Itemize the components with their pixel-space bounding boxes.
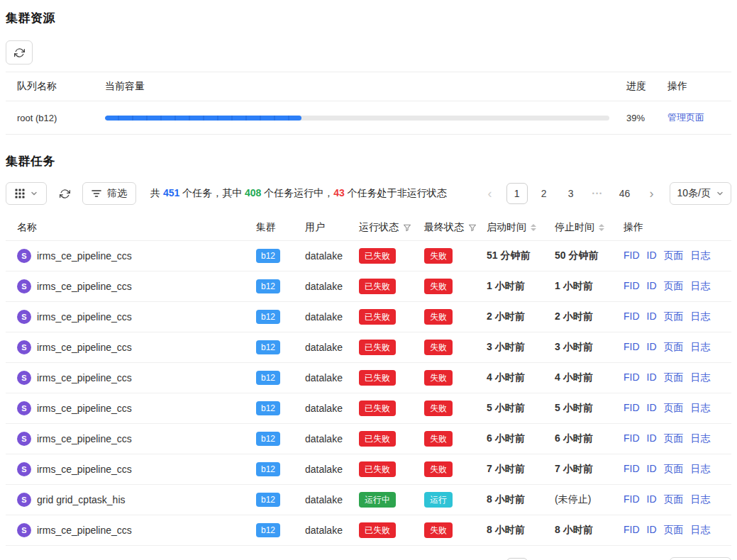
funnel-filter-icon[interactable] (468, 223, 477, 232)
id-link[interactable]: ID (647, 524, 657, 535)
spark-avatar: S (17, 310, 31, 324)
log-link[interactable]: 日志 (691, 371, 711, 383)
log-link[interactable]: 日志 (691, 402, 711, 413)
refresh-resources-button[interactable] (6, 40, 33, 65)
page-link[interactable]: 页面 (664, 250, 684, 261)
cluster-resources-title: 集群资源 (6, 10, 731, 26)
run-status-badge: 已失败 (359, 431, 396, 447)
page-link[interactable]: 页面 (664, 432, 684, 444)
cluster-badge: b12 (256, 432, 280, 446)
cluster-badge: b12 (256, 493, 280, 507)
page-size-select[interactable]: 10条/页 (670, 182, 731, 205)
pagination-page-1[interactable]: 1 (506, 183, 528, 204)
refresh-icon (60, 189, 70, 199)
page-link[interactable]: 页面 (664, 280, 684, 291)
fid-link[interactable]: FID (624, 341, 640, 352)
id-link[interactable]: ID (647, 432, 657, 444)
id-link[interactable]: ID (647, 250, 657, 261)
log-link[interactable]: 日志 (691, 250, 711, 261)
log-link[interactable]: 日志 (691, 310, 711, 322)
start-time: 4 小时前 (487, 363, 555, 393)
log-link[interactable]: 日志 (691, 463, 711, 474)
manage-page-link[interactable]: 管理页面 (667, 112, 704, 123)
id-link[interactable]: ID (647, 280, 657, 291)
col-stop-time[interactable]: 停止时间 (555, 215, 624, 241)
id-link[interactable]: ID (647, 493, 657, 505)
final-status-badge: 失败 (424, 461, 453, 477)
task-row: S irms_ce_pipeline_ccs b12 datalake 已失败 … (6, 241, 731, 271)
task-row: S irms_ce_pipeline_ccs b12 datalake 已失败 … (6, 393, 731, 424)
pagination-prev[interactable]: ‹ (480, 183, 501, 204)
sort-icon[interactable] (599, 224, 604, 231)
fid-link[interactable]: FID (624, 402, 640, 413)
layout-switcher-button[interactable] (6, 182, 47, 205)
pagination-page-2[interactable]: 2 (533, 183, 555, 204)
spark-avatar: S (17, 523, 31, 537)
fid-link[interactable]: FID (624, 250, 640, 261)
log-link[interactable]: 日志 (691, 432, 711, 444)
page-size-select[interactable]: 10条/页 (670, 557, 731, 560)
log-link[interactable]: 日志 (691, 341, 711, 352)
id-link[interactable]: ID (647, 402, 657, 413)
task-row: S irms_ce_pipeline_ccs b12 datalake 已失败 … (6, 424, 731, 454)
resources-header-row: 队列名称 当前容量 进度 操作 (6, 72, 731, 101)
col-capacity: 当前容量 (105, 72, 626, 101)
fid-link[interactable]: FID (624, 280, 640, 291)
col-task-actions: 操作 (624, 215, 731, 241)
col-final-status-label: 最终状态 (424, 221, 464, 234)
fid-link[interactable]: FID (624, 432, 640, 444)
page-link[interactable]: 页面 (664, 341, 684, 352)
spark-avatar: S (17, 493, 31, 507)
fid-link[interactable]: FID (624, 371, 640, 383)
user-name: datalake (305, 424, 359, 454)
sort-icon[interactable] (531, 224, 536, 231)
page-link[interactable]: 页面 (664, 402, 684, 413)
pagination-next[interactable]: › (641, 183, 663, 204)
refresh-tasks-button[interactable] (54, 182, 75, 205)
page-link[interactable]: 页面 (664, 524, 684, 535)
start-time: 8 小时前 (487, 515, 555, 546)
task-row: S irms_ce_pipeline_ccs b12 datalake 已失败 … (6, 515, 731, 546)
col-start-time[interactable]: 启动时间 (487, 215, 555, 241)
stop-time: 1 小时前 (555, 271, 624, 302)
log-link[interactable]: 日志 (691, 493, 711, 505)
fid-link[interactable]: FID (624, 524, 640, 535)
id-link[interactable]: ID (647, 310, 657, 322)
pagination-page-46[interactable]: 46 (614, 183, 636, 204)
start-time: 51 分钟前 (487, 241, 555, 271)
col-user: 用户 (305, 215, 359, 241)
spark-avatar: S (17, 371, 31, 385)
start-time: 5 小时前 (487, 393, 555, 424)
page-link[interactable]: 页面 (664, 310, 684, 322)
summary-total-count: 451 (163, 187, 179, 198)
chevron-down-icon (31, 190, 38, 197)
task-row: S grid grid_cptask_his b12 datalake 运行中 … (6, 485, 731, 515)
log-link[interactable]: 日志 (691, 280, 711, 291)
id-link[interactable]: ID (647, 463, 657, 474)
fid-link[interactable]: FID (624, 463, 640, 474)
pagination-page-3[interactable]: 3 (560, 183, 582, 204)
log-link[interactable]: 日志 (691, 524, 711, 535)
pagination-ellipsis[interactable]: ••• (587, 183, 609, 204)
funnel-filter-icon[interactable] (403, 223, 411, 232)
fid-link[interactable]: FID (624, 493, 640, 505)
grid-icon (15, 189, 25, 198)
fid-link[interactable]: FID (624, 310, 640, 322)
cluster-badge: b12 (256, 310, 280, 324)
summary-text: 共 (150, 187, 163, 198)
capacity-progress-bar (105, 116, 609, 121)
page-link[interactable]: 页面 (664, 463, 684, 474)
cluster-badge: b12 (256, 401, 280, 415)
page-link[interactable]: 页面 (664, 493, 684, 505)
filter-button[interactable]: 筛选 (82, 182, 136, 205)
task-name: irms_ce_pipeline_ccs (37, 372, 132, 383)
queue-row: root (b12) 39% 管理页面 (6, 101, 731, 135)
id-link[interactable]: ID (647, 371, 657, 383)
final-status-badge: 失败 (424, 401, 453, 416)
tasks-toolbar: 筛选 共 451 个任务，其中 408 个任务运行中，43 个任务处于非运行状态… (6, 182, 731, 205)
spark-avatar: S (17, 249, 31, 263)
id-link[interactable]: ID (647, 341, 657, 352)
spark-avatar: S (17, 401, 31, 415)
page-link[interactable]: 页面 (664, 371, 684, 383)
user-name: datalake (305, 332, 359, 363)
